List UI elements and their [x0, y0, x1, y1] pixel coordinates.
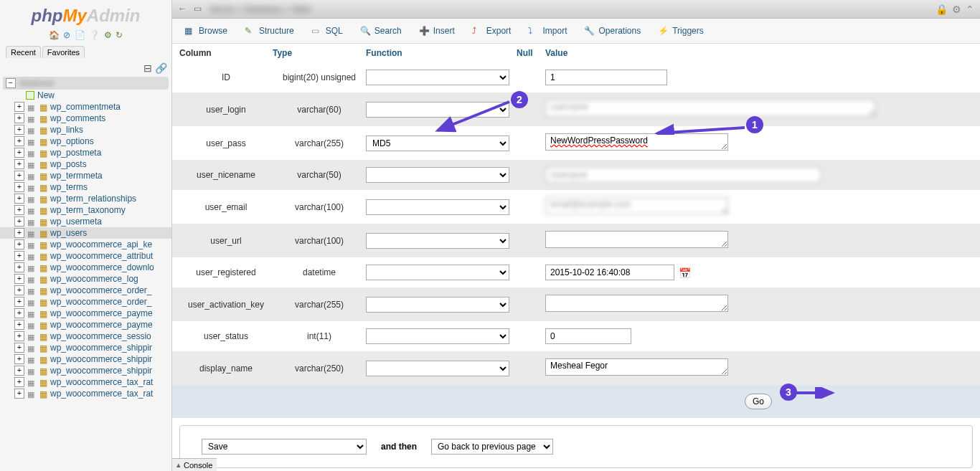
expand-icon[interactable]: + — [14, 274, 24, 284]
tree-table-item[interactable]: +▦wp_commentmeta — [0, 101, 171, 113]
tree-table-item[interactable]: +▦wp_woocommerce_shippir — [0, 353, 171, 365]
expand-icon[interactable]: + — [14, 343, 24, 353]
collapse-all-icon[interactable]: ⊟ — [143, 62, 152, 74]
collapse-panel-icon[interactable]: ⌃ — [966, 4, 974, 15]
function-select[interactable] — [366, 233, 509, 249]
tab-export[interactable]: ⤴Export — [464, 22, 519, 40]
tree-table-item[interactable]: +▦wp_woocommerce_shippir — [0, 342, 171, 353]
tree-table-item[interactable]: +▦wp_woocommerce_log — [0, 273, 171, 285]
tree-new-item[interactable]: New — [0, 90, 171, 101]
tree-table-item[interactable]: +▦wp_woocommerce_tax_rat — [0, 388, 171, 399]
tree-table-item[interactable]: +▦wp_termmeta — [0, 170, 171, 181]
collapse-icon[interactable]: − — [6, 78, 16, 88]
function-select[interactable] — [366, 361, 509, 376]
function-select[interactable] — [366, 297, 509, 313]
page-settings-icon[interactable]: ⚙ — [952, 4, 961, 15]
tree-table-item[interactable]: +▦wp_woocommerce_downlo — [0, 262, 171, 273]
tree-table-item[interactable]: +▦wp_woocommerce_api_ke — [0, 239, 171, 250]
tree-table-item[interactable]: +▦wp_postmeta — [0, 147, 171, 158]
console-expand-icon[interactable]: ▴ — [176, 460, 181, 470]
tab-triggers[interactable]: ⚡Triggers — [650, 22, 712, 40]
value-textarea[interactable] — [545, 295, 728, 312]
lock-icon[interactable]: 🔒 — [936, 4, 948, 15]
goback-select[interactable]: Go back to previous page — [431, 439, 553, 455]
expand-icon[interactable]: + — [14, 148, 24, 158]
expand-icon[interactable]: + — [14, 217, 24, 227]
tree-table-item[interactable]: +▦wp_usermeta — [0, 216, 171, 227]
server-icon[interactable]: ▭ — [194, 4, 205, 15]
value-textarea[interactable]: username — [545, 100, 875, 117]
link-icon[interactable]: 🔗 — [155, 62, 167, 74]
tree-table-item[interactable]: +▦wp_comments — [0, 113, 171, 124]
expand-icon[interactable]: + — [14, 228, 24, 238]
value-textarea[interactable] — [545, 231, 728, 248]
value-textarea[interactable]: email@example.com — [545, 197, 728, 214]
tree-table-item[interactable]: +▦wp_woocommerce_shippir — [0, 365, 171, 376]
value-input[interactable] — [545, 265, 674, 280]
tree-table-item[interactable]: +▦wp_woocommerce_attribut — [0, 250, 171, 262]
tree-table-item[interactable]: +▦wp_term_taxonomy — [0, 204, 171, 216]
expand-icon[interactable]: + — [14, 251, 24, 261]
expand-icon[interactable]: + — [14, 377, 24, 387]
expand-icon[interactable]: + — [14, 308, 24, 318]
tab-import[interactable]: ⤵Import — [520, 22, 575, 40]
tab-insert[interactable]: ➕Insert — [411, 22, 463, 40]
tree-table-item[interactable]: +▦wp_woocommerce_order_ — [0, 285, 171, 296]
value-textarea[interactable]: NewWordPressPassword — [545, 133, 728, 151]
home-icon[interactable]: 🏠 — [49, 30, 60, 40]
tree-database-node[interactable]: − database — [3, 77, 169, 90]
expand-icon[interactable]: + — [14, 113, 24, 123]
phpmyadmin-logo[interactable]: phpMyAdmin — [0, 0, 171, 29]
expand-icon[interactable]: + — [14, 125, 24, 135]
tree-table-item[interactable]: +▦wp_terms — [0, 181, 171, 193]
expand-icon[interactable]: + — [14, 320, 24, 330]
save-select[interactable]: Save — [202, 439, 367, 455]
tab-search[interactable]: 🔍Search — [352, 22, 410, 40]
expand-icon[interactable]: + — [14, 194, 24, 204]
tree-table-item[interactable]: +▦wp_options — [0, 135, 171, 147]
value-textarea[interactable]: Mesheal Fegor — [545, 358, 728, 376]
expand-icon[interactable]: + — [14, 262, 24, 272]
function-select[interactable] — [366, 265, 509, 280]
tree-table-item[interactable]: +▦wp_posts — [0, 158, 171, 170]
expand-icon[interactable]: + — [14, 136, 24, 146]
tree-table-item[interactable]: +▦wp_woocommerce_tax_rat — [0, 376, 171, 388]
function-select[interactable] — [366, 199, 509, 215]
expand-icon[interactable]: + — [14, 297, 24, 307]
function-select[interactable]: MD5 — [366, 135, 509, 151]
value-input[interactable] — [545, 70, 667, 85]
function-select[interactable] — [366, 167, 509, 183]
function-select[interactable] — [366, 102, 509, 118]
nav-back-icon[interactable]: ← — [178, 4, 189, 15]
tab-structure[interactable]: ✎Structure — [237, 22, 302, 40]
function-select[interactable] — [366, 328, 509, 344]
expand-icon[interactable]: + — [14, 285, 24, 295]
tree-table-item[interactable]: +▦wp_woocommerce_sessio — [0, 330, 171, 342]
tree-table-item[interactable]: +▦wp_woocommerce_payme — [0, 308, 171, 319]
help-icon[interactable]: ❔ — [89, 30, 100, 40]
tab-operations[interactable]: 🔧Operations — [576, 22, 649, 40]
tab-browse[interactable]: ▦Browse — [176, 22, 235, 40]
expand-icon[interactable]: + — [14, 239, 24, 249]
tab-sql[interactable]: ▭SQL — [303, 22, 351, 40]
value-input[interactable] — [545, 167, 821, 183]
expand-icon[interactable]: + — [14, 354, 24, 364]
expand-icon[interactable]: + — [14, 366, 24, 376]
go-button[interactable]: Go — [745, 394, 772, 409]
tree-table-item[interactable]: +▦wp_users — [0, 227, 171, 239]
docs-icon[interactable]: 📄 — [75, 30, 85, 40]
value-input[interactable] — [545, 328, 631, 344]
tree-table-item[interactable]: +▦wp_links — [0, 124, 171, 135]
tree-table-item[interactable]: +▦wp_woocommerce_order_ — [0, 296, 171, 308]
function-select[interactable] — [366, 70, 509, 85]
tab-favorites[interactable]: Favorites — [42, 46, 85, 58]
expand-icon[interactable]: + — [14, 159, 24, 169]
reload-icon[interactable]: ↻ — [116, 30, 123, 40]
tree-table-item[interactable]: +▦wp_term_relationships — [0, 193, 171, 204]
tree-table-item[interactable]: +▦wp_woocommerce_payme — [0, 319, 171, 330]
expand-icon[interactable]: + — [14, 182, 24, 192]
calendar-icon[interactable]: 📅 — [679, 267, 690, 279]
settings-icon[interactable]: ⚙ — [104, 30, 112, 40]
expand-icon[interactable]: + — [14, 331, 24, 341]
expand-icon[interactable]: + — [14, 389, 24, 399]
